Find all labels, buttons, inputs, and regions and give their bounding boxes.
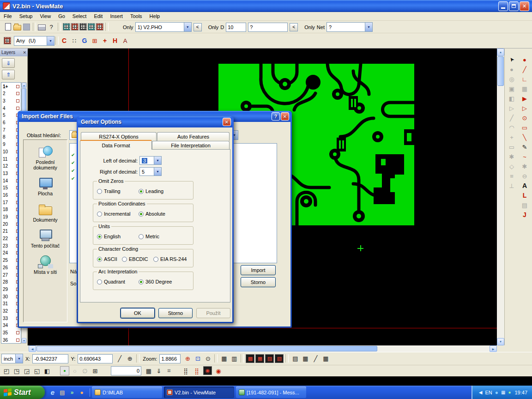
layer-color-swatch[interactable]: [16, 331, 19, 334]
task-mlab[interactable]: D:\MLAB: [92, 387, 162, 398]
grid-toggle-icon[interactable]: ▦: [219, 354, 229, 363]
only-layer-label[interactable]: Only: [123, 24, 133, 30]
wave-tool-icon[interactable]: ~: [519, 152, 530, 161]
cancel-button[interactable]: Storno: [158, 308, 193, 318]
dcode-query-input[interactable]: ?: [248, 23, 288, 32]
dcode-grid-icon[interactable]: ∷: [70, 36, 79, 45]
chevron-down-icon[interactable]: ▼: [154, 157, 161, 164]
plus-grid-icon[interactable]: ⊞: [90, 36, 99, 45]
radio-absolute[interactable]: [139, 212, 144, 217]
x-coordinate-input[interactable]: -0.942237: [32, 354, 68, 363]
scroll-left-icon[interactable]: ◀: [29, 345, 36, 352]
menu-item[interactable]: Edit: [90, 12, 106, 20]
fill-grid-icon[interactable]: ▦: [519, 84, 530, 93]
tab-data-format[interactable]: Data Format: [80, 140, 152, 150]
layer-color-swatch[interactable]: [16, 107, 19, 110]
explorer-icon[interactable]: ▤: [58, 388, 66, 397]
slash-tool-icon[interactable]: ╲: [519, 133, 530, 142]
layer-row[interactable]: 4: [1, 104, 21, 112]
scroll-thumb[interactable]: [497, 56, 504, 86]
start-button[interactable]: Start: [0, 386, 45, 399]
net-filter-combo[interactable]: ?▼: [326, 22, 373, 32]
separator[interactable]: [136, 354, 139, 363]
grid-c-icon[interactable]: ▦: [321, 354, 330, 363]
radio-360-degree[interactable]: [139, 279, 144, 284]
move-tool-icon[interactable]: ▶: [519, 94, 530, 103]
layer-filter-combo[interactable]: 1) V2.PHO▼: [135, 22, 192, 32]
close-button[interactable]: ✕: [223, 118, 231, 126]
zoom-in-icon[interactable]: ⊕: [183, 354, 192, 363]
scroll-right-icon[interactable]: ▶: [490, 345, 497, 352]
chevron-down-icon[interactable]: ▼: [365, 23, 372, 31]
menu-item[interactable]: Insert: [106, 12, 127, 20]
counter-input[interactable]: 0: [111, 366, 141, 375]
layer-color-swatch[interactable]: [16, 339, 19, 342]
view-mode-4-icon[interactable]: ▧: [275, 354, 284, 363]
place-recent[interactable]: Poslední dokumenty: [24, 145, 66, 170]
origin-target-icon[interactable]: ⊕: [125, 354, 134, 363]
star-tool-icon[interactable]: ✱: [506, 152, 517, 161]
separator[interactable]: [214, 354, 218, 363]
flip-v-icon[interactable]: ▷: [506, 103, 517, 113]
zoom-out-icon[interactable]: ⊙: [203, 354, 212, 363]
draw-corner-icon[interactable]: ∟: [519, 74, 530, 84]
layer-up-button[interactable]: ⇑: [2, 70, 15, 79]
apply-button[interactable]: Použít: [196, 308, 230, 318]
layer-color-swatch[interactable]: [16, 92, 19, 95]
vertical-scrollbar[interactable]: ▲ ▼: [497, 48, 504, 345]
layer-down-button[interactable]: ⇓: [2, 58, 15, 68]
grid-d-icon[interactable]: ▦: [144, 366, 153, 375]
help-button[interactable]: ?: [272, 112, 280, 121]
flip-h-icon[interactable]: ◧: [506, 94, 517, 103]
dot-pattern-icon[interactable]: ⣿: [181, 366, 190, 375]
pad-light-icon[interactable]: ◉: [214, 366, 223, 375]
triangle-tool-icon[interactable]: ▷: [519, 103, 530, 113]
dcode-input[interactable]: 10: [226, 23, 246, 32]
horizontal-scrollbar[interactable]: [36, 345, 490, 352]
filter-grid-1-icon[interactable]: [63, 23, 70, 30]
tab-auto-features[interactable]: Auto Features: [157, 132, 230, 141]
filter-grid-2-icon[interactable]: [71, 23, 79, 30]
show-desktop-icon[interactable]: »: [68, 388, 76, 397]
scroll-down-icon[interactable]: ▼: [497, 338, 504, 345]
view-mode-1-icon[interactable]: ▩: [246, 354, 254, 363]
layer-row[interactable]: 2: [1, 90, 21, 97]
menu-item[interactable]: Select: [69, 12, 91, 20]
layer-color-swatch[interactable]: [16, 99, 19, 103]
l-tool-icon[interactable]: L: [519, 191, 530, 200]
view-mode-2-icon[interactable]: ▦: [255, 354, 264, 363]
radio-incremental[interactable]: [97, 212, 102, 217]
h-tool-icon[interactable]: H: [110, 36, 120, 45]
step-5-icon[interactable]: ◧: [42, 366, 52, 375]
select-rect-icon[interactable]: ▭: [519, 123, 530, 132]
close-icon[interactable]: ✕: [23, 50, 26, 55]
status-light-icon[interactable]: ●: [60, 366, 69, 375]
radio-eia-rs244[interactable]: [153, 257, 158, 262]
prev-layer-button[interactable]: <: [193, 23, 202, 31]
aperture-filter-combo[interactable]: Any (U) ▼: [14, 36, 54, 46]
ok-button[interactable]: OK: [121, 308, 155, 318]
chevron-down-icon[interactable]: ▼: [154, 168, 161, 175]
pad-ring-icon[interactable]: ◎: [506, 74, 517, 84]
dot-pattern-red-icon[interactable]: ⣿: [192, 366, 201, 375]
filter-grid-5-icon[interactable]: [96, 23, 103, 30]
chevron-down-icon[interactable]: ▼: [184, 23, 191, 31]
cancel-button[interactable]: Storno: [241, 277, 276, 287]
a-tool-icon[interactable]: A: [121, 36, 130, 45]
circle-outline-icon[interactable]: ○: [70, 366, 79, 375]
step-4-icon[interactable]: ◱: [32, 366, 42, 375]
null-circle-icon[interactable]: ∅: [80, 366, 90, 375]
grid-fine-icon[interactable]: ▥: [230, 354, 239, 363]
g-tool-icon[interactable]: G: [80, 36, 89, 45]
language-indicator[interactable]: EN: [485, 390, 492, 395]
layer-row[interactable]: 35: [1, 329, 21, 337]
diamond-tool-icon[interactable]: ◇: [506, 162, 517, 171]
new-icon[interactable]: [5, 23, 11, 30]
draw-dot-icon[interactable]: ●: [519, 55, 530, 64]
browser-icon[interactable]: ●: [78, 388, 86, 397]
tab-file-interpretation[interactable]: File Interpretation: [152, 141, 230, 150]
slope-icon[interactable]: ╱: [311, 354, 320, 363]
tray-keyboard-icon[interactable]: ▦: [501, 390, 505, 395]
chevron-down-icon[interactable]: ▼: [47, 36, 54, 45]
zoom-window-icon[interactable]: ⊡: [193, 354, 202, 363]
